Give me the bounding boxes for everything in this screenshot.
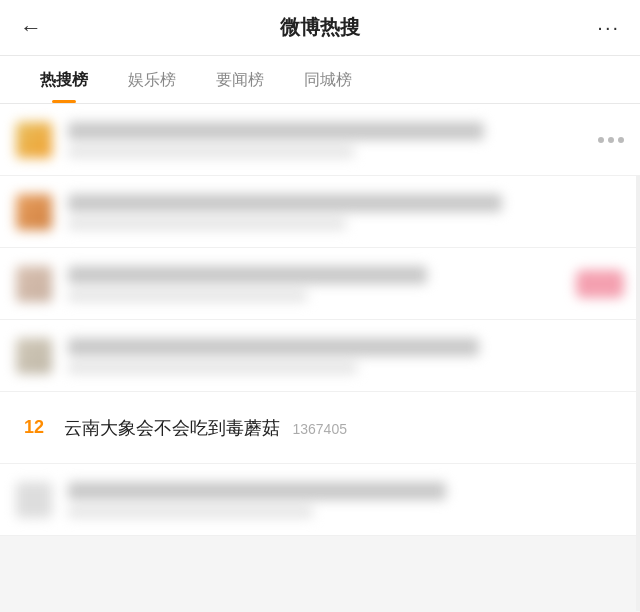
list-item[interactable] bbox=[0, 248, 640, 320]
trending-list: 12 云南大象会不会吃到毒蘑菇 1367405 bbox=[0, 104, 640, 536]
item-title: 云南大象会不会吃到毒蘑菇 bbox=[64, 418, 280, 438]
list-item-12[interactable]: 12 云南大象会不会吃到毒蘑菇 1367405 bbox=[0, 392, 640, 464]
item-count: 1367405 bbox=[292, 421, 347, 437]
list-item[interactable] bbox=[0, 176, 640, 248]
scrollbar-track[interactable] bbox=[636, 104, 640, 611]
header: ← 微博热搜 ··· bbox=[0, 0, 640, 56]
list-item[interactable] bbox=[0, 320, 640, 392]
back-button[interactable]: ← bbox=[20, 15, 60, 41]
list-item[interactable] bbox=[0, 104, 640, 176]
tab-hot[interactable]: 热搜榜 bbox=[20, 56, 108, 103]
tab-local[interactable]: 同城榜 bbox=[284, 56, 372, 103]
list-item[interactable] bbox=[0, 464, 640, 536]
scroll-container: 12 云南大象会不会吃到毒蘑菇 1367405 bbox=[0, 104, 640, 611]
rank-number: 12 bbox=[16, 417, 52, 438]
page-title: 微博热搜 bbox=[60, 14, 580, 41]
tab-news[interactable]: 要闻榜 bbox=[196, 56, 284, 103]
more-button[interactable]: ··· bbox=[580, 16, 620, 39]
tabs-bar: 热搜榜 娱乐榜 要闻榜 同城榜 bbox=[0, 56, 640, 104]
tab-entertainment[interactable]: 娱乐榜 bbox=[108, 56, 196, 103]
